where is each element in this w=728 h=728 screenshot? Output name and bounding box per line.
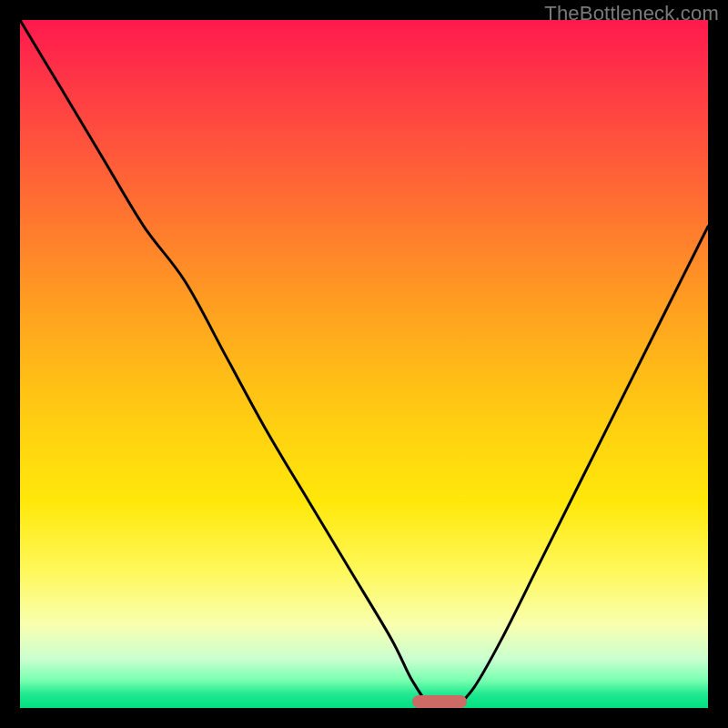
chart-frame: TheBottleneck.com xyxy=(0,0,728,728)
optimal-range-marker xyxy=(412,695,467,708)
bottleneck-curve xyxy=(20,20,708,708)
plot-area xyxy=(20,20,708,708)
